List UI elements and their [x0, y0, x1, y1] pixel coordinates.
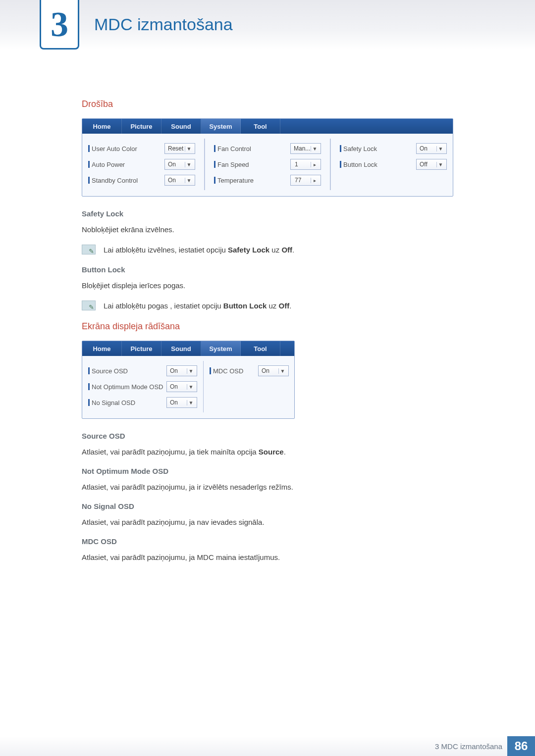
dd-fan-control[interactable]: Man...▼	[290, 143, 321, 154]
chevron-right-icon: ▸	[311, 178, 319, 183]
chevron-right-icon: ▸	[311, 162, 319, 167]
dd-button-lock[interactable]: Off▼	[416, 159, 447, 170]
security-col2: Fan Control Man...▼ Fan Speed 1▸ Tempera…	[214, 141, 321, 188]
spinner-temperature[interactable]: 77▸	[290, 175, 321, 186]
tab-home[interactable]: Home	[82, 341, 122, 356]
dd-user-auto-color[interactable]: Reset▼	[164, 143, 195, 154]
text-safety-lock: Nobloķējiet ekrāna izvēlnes.	[82, 224, 453, 236]
footer-label: 3 MDC izmantošana	[435, 742, 502, 751]
page-footer: 3 MDC izmantošana 86	[0, 736, 535, 756]
tab-tool[interactable]: Tool	[241, 119, 280, 134]
heading-source-osd: Source OSD	[82, 432, 453, 440]
osd-col-left: Source OSD On▼ Not Optimum Mode OSD On▼ …	[88, 363, 197, 410]
tab-picture[interactable]: Picture	[122, 341, 161, 356]
dd-not-optimum-osd[interactable]: On▼	[166, 381, 197, 392]
note-safety-lock: Lai atbloķētu izvēlnes, iestatiet opciju…	[82, 245, 453, 254]
heading-no-signal-osd: No Signal OSD	[82, 502, 453, 510]
security-col3: Safety Lock On▼ Button Lock Off▼	[340, 141, 447, 188]
note-text: Lai atbloķētu izvēlnes, iestatiet opciju…	[104, 246, 294, 254]
dd-source-osd[interactable]: On▼	[166, 365, 197, 376]
text-button-lock: Bloķējiet displeja ierīces pogas.	[82, 280, 453, 292]
label-not-optimum-osd: Not Optimum Mode OSD	[92, 383, 163, 391]
label-no-signal-osd: No Signal OSD	[92, 399, 135, 406]
note-button-lock: Lai atbloķētu pogas , iestatiet opciju B…	[82, 301, 453, 310]
security-panel: Home Picture Sound System Tool User Auto…	[82, 118, 453, 197]
heading-button-lock: Button Lock	[82, 265, 453, 274]
tab-sound[interactable]: Sound	[161, 119, 201, 134]
section-security-heading: Drošība	[82, 99, 453, 109]
text-no-signal-osd: Atlasiet, vai parādīt paziņojumu, ja nav…	[82, 516, 453, 528]
page-header: 3 MDC izmantošana	[0, 0, 535, 50]
chapter-number: 3	[51, 6, 68, 42]
tab-system[interactable]: System	[201, 341, 241, 356]
column-separator	[203, 361, 204, 412]
text-source-osd: Atlasiet, vai parādīt paziņojumu, ja tie…	[82, 446, 453, 458]
osd-panel: Home Picture Sound System Tool Source OS…	[82, 341, 295, 419]
osd-tabbar: Home Picture Sound System Tool	[82, 341, 294, 356]
column-separator	[204, 139, 205, 190]
heading-mdc-osd: MDC OSD	[82, 537, 453, 546]
text-mdc-osd: Atlasiet, vai parādīt paziņojumu, ja MDC…	[82, 552, 453, 563]
chapter-title: MDC izmantošana	[94, 15, 233, 34]
osd-col-right: MDC OSD On▼	[210, 363, 289, 410]
note-icon	[82, 301, 96, 310]
chevron-down-icon: ▼	[278, 368, 286, 374]
label-temperature: Temperature	[217, 177, 254, 184]
label-standby-control: Standby Control	[92, 177, 138, 184]
dd-no-signal-osd[interactable]: On▼	[166, 397, 197, 408]
chevron-down-icon: ▼	[185, 146, 193, 151]
page-number: 86	[507, 736, 535, 756]
chevron-down-icon: ▼	[187, 384, 195, 390]
note-text: Lai atbloķētu pogas , iestatiet opciju B…	[104, 302, 291, 310]
label-fan-control: Fan Control	[217, 145, 251, 152]
label-mdc-osd: MDC OSD	[213, 367, 243, 375]
heading-not-optimum-osd: Not Optimum Mode OSD	[82, 467, 453, 475]
label-user-auto-color: User Auto Color	[92, 145, 137, 152]
label-auto-power: Auto Power	[92, 161, 125, 168]
tab-home[interactable]: Home	[82, 119, 122, 134]
chevron-down-icon: ▼	[187, 368, 195, 374]
tab-system[interactable]: System	[201, 119, 241, 134]
dd-standby-control[interactable]: On▼	[164, 175, 195, 186]
chevron-down-icon: ▼	[185, 162, 193, 167]
label-fan-speed: Fan Speed	[217, 161, 249, 168]
label-button-lock: Button Lock	[343, 161, 377, 168]
dd-mdc-osd[interactable]: On▼	[258, 365, 289, 376]
label-safety-lock: Safety Lock	[343, 145, 377, 152]
chevron-down-icon: ▼	[185, 178, 193, 183]
chevron-down-icon: ▼	[311, 146, 319, 151]
section-osd-heading: Ekrāna displeja rādīšana	[82, 321, 453, 332]
security-tabbar: Home Picture Sound System Tool	[82, 119, 453, 134]
spinner-fan-speed[interactable]: 1▸	[290, 159, 321, 170]
tab-picture[interactable]: Picture	[122, 119, 161, 134]
note-icon	[82, 245, 96, 254]
chapter-badge: 3	[40, 0, 79, 50]
tab-spacer	[280, 119, 453, 134]
column-separator	[330, 139, 331, 190]
chevron-down-icon: ▼	[436, 146, 444, 151]
heading-safety-lock: Safety Lock	[82, 209, 453, 218]
tab-tool[interactable]: Tool	[241, 341, 280, 356]
security-col1: User Auto Color Reset▼ Auto Power On▼ St…	[88, 141, 195, 188]
chevron-down-icon: ▼	[436, 162, 444, 167]
dd-auto-power[interactable]: On▼	[164, 159, 195, 170]
text-not-optimum-osd: Atlasiet, vai parādīt paziņojumu, ja ir …	[82, 481, 453, 493]
dd-safety-lock[interactable]: On▼	[416, 143, 447, 154]
tab-sound[interactable]: Sound	[161, 341, 201, 356]
chevron-down-icon: ▼	[187, 400, 195, 405]
label-source-osd: Source OSD	[92, 367, 128, 375]
